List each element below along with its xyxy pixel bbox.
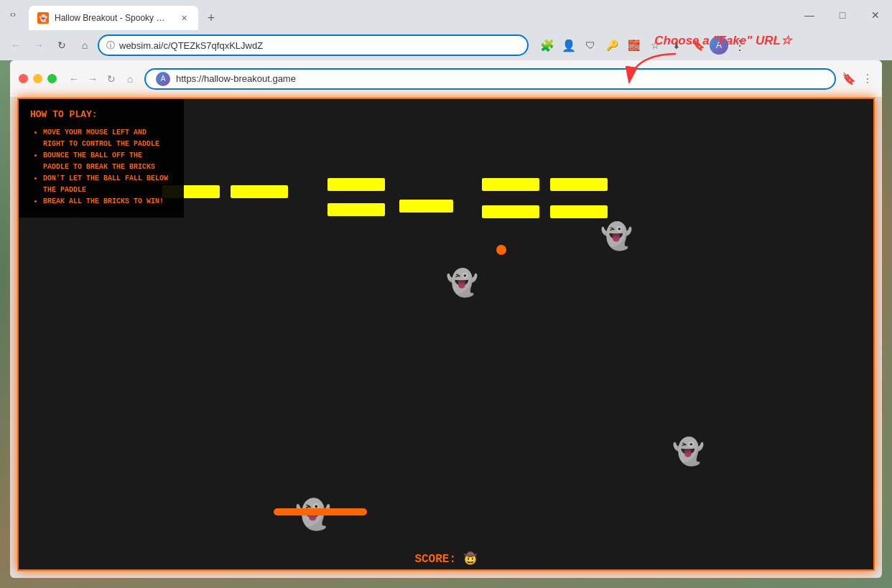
inner-forward-btn[interactable]: →	[84, 70, 101, 88]
inner-browser: ← → ↻ ⌂ A https://hallow-breakout.game 🔖…	[10, 60, 882, 578]
address-bar[interactable]: ⓘ websim.ai/c/QTEZkS7qfqxKLJwdZ	[98, 34, 529, 56]
download-btn[interactable]: ⬇	[666, 35, 687, 55]
traffic-light-yellow[interactable]	[33, 74, 42, 83]
address-text: websim.ai/c/QTEZkS7qfqxKLJwdZ	[119, 40, 520, 51]
how-to-play-title: HOW TO PLAY:	[30, 109, 172, 120]
close-btn[interactable]: ✕	[859, 0, 892, 30]
tab-overflow-btn[interactable]: ‹›	[4, 6, 22, 23]
inner-refresh-btn[interactable]: ↻	[103, 70, 120, 88]
instruction-4: Break all the bricks to win!	[43, 196, 172, 207]
brick-3	[327, 178, 385, 191]
password-btn[interactable]: 🔑	[602, 35, 622, 55]
forward-btn[interactable]: →	[29, 35, 49, 55]
shield-btn[interactable]: 🛡	[580, 35, 600, 55]
score-emoji: 🤠	[463, 553, 478, 566]
brick-5	[327, 203, 385, 216]
profiles-btn[interactable]: 👤	[559, 35, 579, 55]
traffic-light-red[interactable]	[19, 74, 28, 83]
instructions-list: Move your mouse left and right to contro…	[30, 127, 172, 207]
traffic-light-green[interactable]	[47, 74, 57, 83]
inner-address-text: https://hallow-breakout.game	[176, 73, 296, 84]
ghost-4: 👻	[672, 437, 705, 467]
brick-9	[550, 205, 608, 218]
home-btn[interactable]: ⌂	[75, 35, 95, 55]
inner-menu-btn[interactable]: ⋮	[862, 72, 873, 85]
bookmark-btn[interactable]: 🔖	[688, 35, 708, 55]
refresh-btn[interactable]: ↻	[52, 35, 72, 55]
game-area[interactable]: HOW TO PLAY: Move your mouse left and ri…	[17, 98, 875, 571]
maximize-btn[interactable]: □	[826, 0, 859, 30]
tab-close-btn[interactable]: ✕	[178, 12, 190, 24]
score-area: SCORE: 🤠	[19, 548, 873, 569]
instruction-3: Don't let the ball fall below the paddle	[43, 173, 172, 196]
inner-home-btn[interactable]: ⌂	[121, 70, 139, 88]
extensions2-btn[interactable]: 🧱	[623, 35, 644, 55]
inner-nav-buttons: ← → ↻ ⌂	[65, 70, 139, 88]
window-controls: — □ ✕	[793, 0, 892, 30]
ghost-2: 👻	[446, 268, 478, 298]
brick-2	[231, 185, 288, 198]
score-label-text: SCORE:	[414, 553, 456, 566]
extensions-btn[interactable]: 🧩	[537, 35, 557, 55]
game-ball	[496, 245, 506, 255]
bookmark-star-btn[interactable]: ☆	[645, 35, 665, 55]
how-to-play-overlay: HOW TO PLAY: Move your mouse left and ri…	[19, 99, 184, 218]
ghost-3: 👻	[600, 221, 633, 251]
inner-bookmark-btn[interactable]: 🔖	[842, 72, 856, 85]
brick-7	[550, 178, 608, 191]
active-tab[interactable]: 👻 Hallow Breakout - Spooky Brick ✕	[29, 6, 198, 30]
tab-favicon: 👻	[37, 12, 49, 24]
back-btn[interactable]: ←	[6, 35, 26, 55]
tab-title: Hallow Breakout - Spooky Brick	[55, 13, 169, 23]
inner-chrome-bar: ← → ↻ ⌂ A https://hallow-breakout.game 🔖…	[10, 60, 882, 98]
brick-6	[482, 178, 539, 191]
instruction-1: Move your mouse left and right to contro…	[43, 127, 172, 150]
avatar[interactable]: A	[710, 36, 728, 55]
brick-8	[482, 205, 539, 218]
minimize-btn[interactable]: —	[793, 0, 826, 30]
tab-bar: ‹› 👻 Hallow Breakout - Spooky Brick ✕ + …	[0, 0, 892, 30]
menu-btn[interactable]: ⋮	[730, 35, 750, 55]
game-paddle	[274, 508, 367, 515]
score-label: SCORE: 🤠	[414, 551, 477, 566]
new-tab-btn[interactable]: +	[201, 8, 221, 28]
instruction-2: Bounce the ball off the paddle to break …	[43, 150, 172, 173]
chrome-browser-outer: ‹› 👻 Hallow Breakout - Spooky Brick ✕ + …	[0, 0, 892, 60]
inner-back-btn[interactable]: ←	[65, 70, 83, 88]
security-icon: ⓘ	[106, 39, 115, 52]
nav-right-icons: 🧩 👤 🛡 🔑 🧱 ☆ ⬇ 🔖 A ⋮	[537, 35, 750, 55]
inner-address-bar[interactable]: A https://hallow-breakout.game	[144, 68, 836, 90]
traffic-lights	[19, 74, 57, 83]
brick-4	[399, 200, 453, 213]
inner-avatar: A	[156, 72, 170, 86]
nav-bar: ← → ↻ ⌂ ⓘ websim.ai/c/QTEZkS7qfqxKLJwdZ …	[0, 30, 892, 60]
